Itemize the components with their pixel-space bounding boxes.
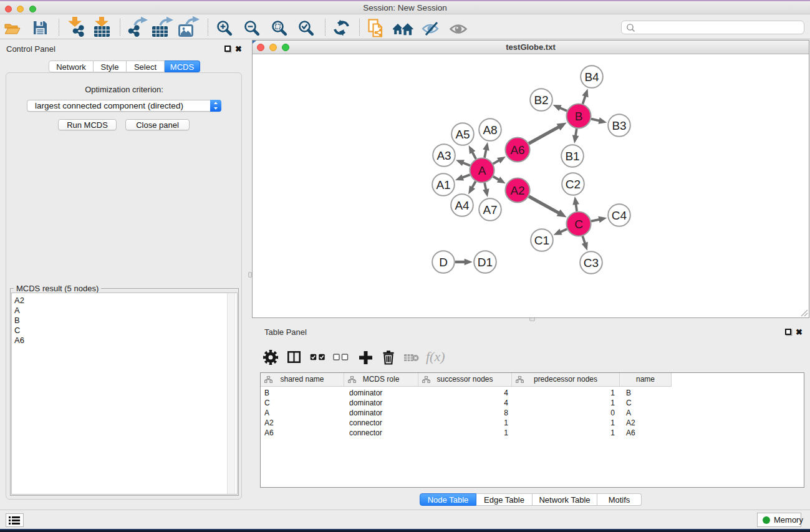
svg-text:A4: A4 [455, 199, 470, 212]
svg-text:D: D [439, 256, 448, 269]
svg-text:A5: A5 [455, 128, 470, 141]
svg-text:A: A [478, 164, 486, 177]
svg-text:D1: D1 [478, 256, 493, 269]
svg-text:C3: C3 [584, 256, 599, 269]
svg-text:B3: B3 [612, 119, 626, 132]
svg-text:C2: C2 [566, 178, 581, 191]
svg-text:A3: A3 [436, 149, 451, 162]
svg-text:B1: B1 [565, 150, 579, 163]
svg-text:A7: A7 [483, 203, 497, 216]
svg-text:A8: A8 [483, 123, 497, 137]
svg-text:A1: A1 [436, 178, 450, 191]
svg-text:C1: C1 [534, 234, 549, 247]
svg-text:C: C [574, 218, 583, 231]
svg-text:C4: C4 [612, 209, 627, 222]
svg-text:B2: B2 [534, 94, 548, 107]
svg-text:B4: B4 [584, 70, 599, 84]
svg-text:A2: A2 [510, 184, 524, 197]
svg-text:B: B [575, 110, 583, 123]
svg-text:A6: A6 [510, 143, 524, 157]
